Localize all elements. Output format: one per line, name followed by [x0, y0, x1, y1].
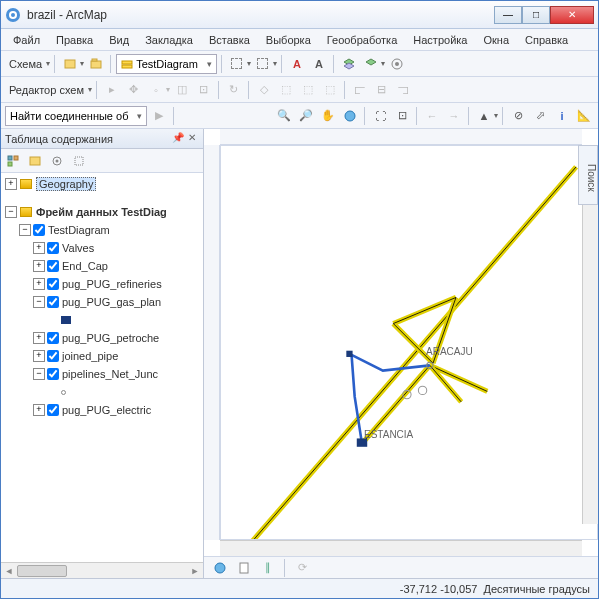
view-mode-1-button[interactable] — [227, 54, 247, 74]
align-center-button[interactable]: ⊟ — [372, 80, 392, 100]
dropdown-icon[interactable]: ▾ — [273, 59, 277, 68]
expand-icon[interactable]: + — [33, 332, 45, 344]
expand-icon[interactable]: + — [33, 278, 45, 290]
dropdown-icon[interactable]: ▾ — [46, 59, 50, 68]
pin-icon[interactable]: 📌 — [171, 132, 185, 146]
align-right-button[interactable]: ⫎ — [394, 80, 414, 100]
full-extent-button[interactable] — [340, 106, 360, 126]
horizontal-scrollbar[interactable] — [220, 540, 582, 556]
menu-selection[interactable]: Выборка — [258, 32, 319, 48]
tree-label[interactable]: pipelines_Net_Junc — [62, 368, 158, 380]
layers-config-button[interactable] — [361, 54, 381, 74]
layers-button[interactable] — [339, 54, 359, 74]
edit-tool-5[interactable]: ⬚ — [298, 80, 318, 100]
collapse-icon[interactable]: − — [5, 206, 17, 218]
expand-icon[interactable]: + — [33, 242, 45, 254]
toc-tree[interactable]: + Geography − Фрейм данных TestDiag − Te… — [1, 173, 203, 562]
toc-list-by-drawing-button[interactable] — [3, 151, 23, 171]
tree-label[interactable]: pug_PUG_electric — [62, 404, 151, 416]
tree-label[interactable]: joined_pipe — [62, 350, 118, 362]
expand-icon[interactable]: + — [5, 178, 17, 190]
pan-button[interactable]: ✋ — [318, 106, 338, 126]
layer-checkbox[interactable] — [47, 260, 59, 272]
tree-root-geography[interactable]: + Geography — [3, 175, 201, 193]
refresh-pause-button[interactable]: ∥ — [258, 558, 278, 578]
minimize-button[interactable]: — — [494, 6, 522, 24]
dropdown-icon[interactable]: ▾ — [494, 111, 498, 120]
menu-view[interactable]: Вид — [101, 32, 137, 48]
pointer-button[interactable]: ▸ — [102, 80, 122, 100]
dropdown-icon[interactable]: ▾ — [381, 59, 385, 68]
refresh-button[interactable]: ⟳ — [292, 558, 312, 578]
layer-checkbox[interactable] — [47, 242, 59, 254]
zoom-out-button[interactable]: 🔎 — [296, 106, 316, 126]
map-canvas[interactable]: ARACAJU ESTANCIA — [220, 145, 598, 540]
node-edit-button[interactable]: ◦ — [146, 80, 166, 100]
expand-icon[interactable]: + — [33, 404, 45, 416]
toc-list-by-visibility-button[interactable] — [47, 151, 67, 171]
tree-layer[interactable]: +pug_PUG_refineries — [3, 275, 201, 293]
dropdown-icon[interactable]: ▾ — [247, 59, 251, 68]
close-button[interactable]: ✕ — [550, 6, 594, 24]
tree-label[interactable]: Geography — [36, 177, 96, 191]
expand-icon[interactable]: + — [33, 350, 45, 362]
data-view-button[interactable] — [210, 558, 230, 578]
tree-layer[interactable]: +End_Cap — [3, 257, 201, 275]
clear-selection-button[interactable]: ⊘ — [508, 106, 528, 126]
run-find-button[interactable]: ▶ — [149, 106, 169, 126]
measure-button[interactable]: 📐 — [574, 106, 594, 126]
toc-list-by-source-button[interactable] — [25, 151, 45, 171]
move-button[interactable]: ✥ — [124, 80, 144, 100]
close-panel-icon[interactable]: ✕ — [185, 132, 199, 146]
tree-layer[interactable]: +Valves — [3, 239, 201, 257]
view-mode-2-button[interactable] — [253, 54, 273, 74]
menu-customize[interactable]: Настройка — [405, 32, 475, 48]
layer-checkbox[interactable] — [47, 368, 59, 380]
tree-diagram[interactable]: − TestDiagram — [3, 221, 201, 239]
layer-checkbox[interactable] — [47, 332, 59, 344]
zoom-to-selection-button[interactable]: ⛶ — [370, 106, 390, 126]
collapse-icon[interactable]: − — [19, 224, 31, 236]
layer-checkbox[interactable] — [33, 224, 45, 236]
toc-horizontal-scrollbar[interactable]: ◄ ► — [1, 562, 203, 578]
maximize-button[interactable]: □ — [522, 6, 550, 24]
open-schema-button[interactable] — [86, 54, 106, 74]
prev-extent-button[interactable]: ← — [422, 106, 442, 126]
tree-label[interactable]: pug_PUG_petroche — [62, 332, 159, 344]
tree-frame[interactable]: − Фрейм данных TestDiag — [3, 203, 201, 221]
layer-checkbox[interactable] — [47, 278, 59, 290]
menu-edit[interactable]: Правка — [48, 32, 101, 48]
edit-tool-2[interactable]: ⊡ — [194, 80, 214, 100]
menu-geoprocessing[interactable]: Геообработка — [319, 32, 406, 48]
zoom-in-button[interactable]: 🔍 — [274, 106, 294, 126]
tree-label[interactable]: End_Cap — [62, 260, 108, 272]
menu-insert[interactable]: Вставка — [201, 32, 258, 48]
dropdown-icon[interactable]: ▾ — [88, 85, 92, 94]
text-a-button[interactable]: A — [287, 54, 307, 74]
collapse-icon[interactable]: − — [33, 368, 45, 380]
find-select[interactable]: Найти соединенные об — [5, 106, 147, 126]
new-schema-button[interactable] — [60, 54, 80, 74]
identify-button[interactable]: i — [552, 106, 572, 126]
collapse-icon[interactable]: − — [33, 296, 45, 308]
toc-list-by-selection-button[interactable] — [69, 151, 89, 171]
select-tool-button[interactable]: ▲ — [474, 106, 494, 126]
layer-checkbox[interactable] — [47, 404, 59, 416]
zoom-fit-button[interactable]: ⊡ — [392, 106, 412, 126]
dropdown-icon[interactable]: ▾ — [166, 85, 170, 94]
next-extent-button[interactable]: → — [444, 106, 464, 126]
menu-help[interactable]: Справка — [517, 32, 576, 48]
rotate-button[interactable]: ↻ — [224, 80, 244, 100]
expand-icon[interactable]: + — [33, 260, 45, 272]
menu-bookmark[interactable]: Закладка — [137, 32, 201, 48]
edit-tool-3[interactable]: ◇ — [254, 80, 274, 100]
tree-layer[interactable]: −pipelines_Net_Junc — [3, 365, 201, 383]
menu-windows[interactable]: Окна — [475, 32, 517, 48]
tree-layer[interactable]: +pug_PUG_petroche — [3, 329, 201, 347]
tree-label[interactable]: pug_PUG_refineries — [62, 278, 162, 290]
edit-tool-6[interactable]: ⬚ — [320, 80, 340, 100]
tree-label[interactable]: TestDiagram — [48, 224, 110, 236]
select-pointer-button[interactable]: ⬀ — [530, 106, 550, 126]
tree-layer[interactable]: −pug_PUG_gas_plan — [3, 293, 201, 311]
layout-view-button[interactable] — [234, 558, 254, 578]
